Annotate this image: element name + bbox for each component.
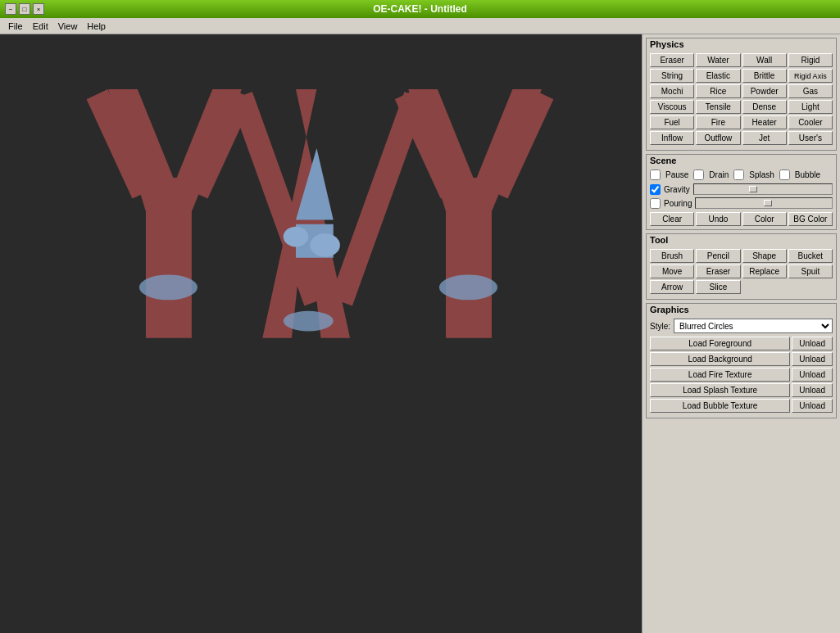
load-foreground-row: Load Foreground Unload xyxy=(650,337,833,350)
btn-unload-splash[interactable]: Unload xyxy=(792,383,833,397)
btn-load-foreground[interactable]: Load Foreground xyxy=(650,337,790,350)
physics-row1: Eraser Water Wall Rigid xyxy=(650,53,833,67)
pause-checkbox[interactable] xyxy=(650,170,661,180)
physics-row5: Fuel Fire Heater Cooler xyxy=(650,115,833,129)
main-layout: Physics Eraser Water Wall Rigid String E… xyxy=(0,34,840,633)
bubble-checkbox[interactable] xyxy=(779,170,790,180)
menu-file[interactable]: File xyxy=(3,20,28,33)
btn-water[interactable]: Water xyxy=(696,53,740,67)
scene-title: Scene xyxy=(647,155,836,166)
btn-color[interactable]: Color xyxy=(742,212,787,226)
btn-mochi[interactable]: Mochi xyxy=(650,84,694,98)
gravity-row: Gravity xyxy=(650,183,833,195)
menu-help[interactable]: Help xyxy=(82,20,111,33)
style-label: Style: xyxy=(650,322,670,331)
canvas[interactable] xyxy=(0,34,642,633)
pouring-label: Pouring xyxy=(664,199,692,208)
tool-row3: Arrow Slice xyxy=(650,280,833,294)
physics-section: Physics Eraser Water Wall Rigid String E… xyxy=(646,38,837,151)
minimize-button[interactable]: − xyxy=(5,3,16,15)
btn-bucket[interactable]: Bucket xyxy=(788,249,833,263)
right-panel: Physics Eraser Water Wall Rigid String E… xyxy=(642,34,840,633)
btn-outflow[interactable]: Outflow xyxy=(696,131,740,145)
menu-edit[interactable]: Edit xyxy=(28,20,53,33)
btn-slice[interactable]: Slice xyxy=(696,280,740,294)
btn-shape[interactable]: Shape xyxy=(742,249,787,263)
tool-row1: Brush Pencil Shape Bucket xyxy=(650,249,833,263)
btn-brittle[interactable]: Brittle xyxy=(742,69,787,83)
btn-rigid[interactable]: Rigid xyxy=(788,53,833,67)
splash-label: Splash xyxy=(749,170,774,179)
menu-view[interactable]: View xyxy=(53,20,83,33)
style-dropdown[interactable]: Blurred Circles Plain Circles Pixel Text… xyxy=(674,319,833,333)
btn-wall[interactable]: Wall xyxy=(742,53,787,67)
scene-buttons: Clear Undo Color BG Color xyxy=(650,212,833,226)
physics-row4: Viscous Tensile Dense Light xyxy=(650,100,833,114)
btn-rigid-axis[interactable]: Rigid Axis xyxy=(788,69,833,83)
maximize-button[interactable]: □ xyxy=(19,3,30,15)
btn-string[interactable]: String xyxy=(650,69,694,83)
btn-unload-foreground[interactable]: Unload xyxy=(792,337,833,350)
btn-load-splash[interactable]: Load Splash Texture xyxy=(650,383,790,397)
btn-tensile[interactable]: Tensile xyxy=(696,100,740,114)
btn-elastic[interactable]: Elastic xyxy=(696,69,740,83)
physics-title: Physics xyxy=(647,38,836,50)
btn-unload-background[interactable]: Unload xyxy=(792,352,833,366)
btn-spuit[interactable]: Spuit xyxy=(788,265,833,278)
btn-unload-fire[interactable]: Unload xyxy=(792,368,833,382)
btn-inflow[interactable]: Inflow xyxy=(650,131,694,145)
svg-point-16 xyxy=(139,274,198,300)
btn-pencil[interactable]: Pencil xyxy=(696,249,740,263)
splash-checkbox[interactable] xyxy=(733,170,744,180)
drain-checkbox[interactable] xyxy=(693,170,704,180)
btn-eraser[interactable]: Eraser xyxy=(650,53,694,67)
scene-checkboxes: Pause Drain Splash Bubble xyxy=(650,170,833,180)
graphics-title: Graphics xyxy=(647,304,836,315)
gravity-label: Gravity xyxy=(664,185,690,194)
load-background-row: Load Background Unload xyxy=(650,352,833,366)
btn-heater[interactable]: Heater xyxy=(742,115,787,129)
physics-row3: Mochi Rice Powder Gas xyxy=(650,84,833,98)
window-controls[interactable]: − □ × xyxy=(5,3,44,15)
load-fire-row: Load Fire Texture Unload xyxy=(650,368,833,382)
btn-unload-bubble[interactable]: Unload xyxy=(792,399,833,413)
gravity-checkbox[interactable] xyxy=(650,184,661,195)
svg-point-13 xyxy=(284,227,309,247)
btn-gas[interactable]: Gas xyxy=(788,84,833,98)
btn-light[interactable]: Light xyxy=(788,100,833,114)
btn-load-background[interactable]: Load Background xyxy=(650,352,790,366)
btn-dense[interactable]: Dense xyxy=(742,100,787,114)
tool-section: Tool Brush Pencil Shape Bucket Move Eras… xyxy=(646,233,837,300)
btn-cooler[interactable]: Cooler xyxy=(788,115,833,129)
btn-fire[interactable]: Fire xyxy=(696,115,740,129)
btn-move[interactable]: Move xyxy=(650,265,694,278)
btn-viscous[interactable]: Viscous xyxy=(650,100,694,114)
svg-point-14 xyxy=(310,233,340,257)
btn-clear[interactable]: Clear xyxy=(650,212,694,226)
btn-load-bubble[interactable]: Load Bubble Texture xyxy=(650,399,790,413)
svg-point-18 xyxy=(284,311,334,332)
btn-undo[interactable]: Undo xyxy=(696,212,740,226)
pouring-row: Pouring xyxy=(650,197,833,209)
btn-replace[interactable]: Replace xyxy=(742,265,787,278)
btn-powder[interactable]: Powder xyxy=(742,84,787,98)
btn-fuel[interactable]: Fuel xyxy=(650,115,694,129)
btn-brush[interactable]: Brush xyxy=(650,249,694,263)
bubble-label: Bubble xyxy=(795,170,820,179)
simulation-area[interactable] xyxy=(0,34,642,633)
btn-eraser-tool[interactable]: Eraser xyxy=(696,265,740,278)
physics-row6: Inflow Outflow Jet User's xyxy=(650,131,833,145)
pause-label: Pause xyxy=(665,170,688,179)
tool-title: Tool xyxy=(647,234,836,246)
physics-row2: String Elastic Brittle Rigid Axis xyxy=(650,69,833,83)
btn-jet[interactable]: Jet xyxy=(742,131,787,145)
pouring-checkbox[interactable] xyxy=(650,198,661,209)
btn-bg-color[interactable]: BG Color xyxy=(788,212,833,226)
btn-rice[interactable]: Rice xyxy=(696,84,740,98)
svg-point-17 xyxy=(439,274,497,300)
graphics-section: Graphics Style: Blurred Circles Plain Ci… xyxy=(646,303,837,418)
btn-users[interactable]: User's xyxy=(788,131,833,145)
close-button[interactable]: × xyxy=(33,3,44,15)
btn-arrow[interactable]: Arrow xyxy=(650,280,694,294)
btn-load-fire[interactable]: Load Fire Texture xyxy=(650,368,790,382)
